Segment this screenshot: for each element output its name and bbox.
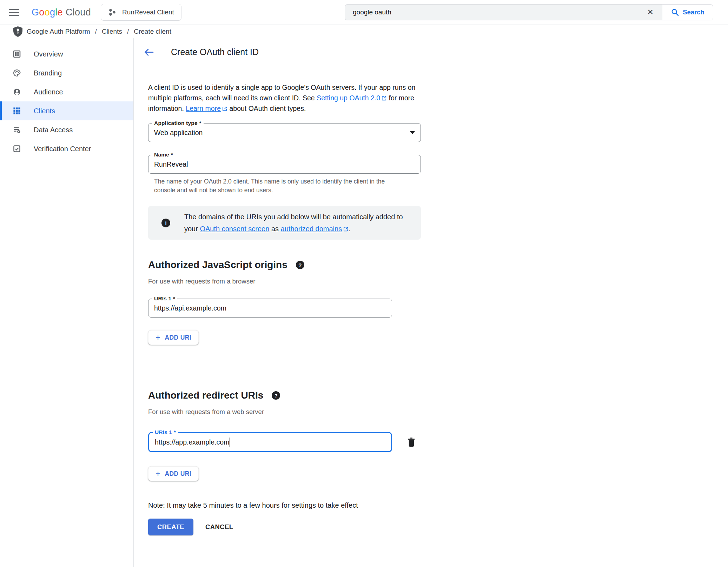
add-uri-button-js-origins[interactable]: + ADD URI [148, 330, 199, 345]
search-button-label: Search [683, 8, 704, 16]
page-header: Create OAuth client ID [134, 38, 728, 66]
name-label: Name * [152, 152, 175, 158]
project-selector[interactable]: RunReveal Client [101, 4, 181, 21]
section-title-text: Authorized JavaScript origins [148, 259, 287, 271]
checkbox-icon [13, 145, 21, 153]
cancel-button[interactable]: CANCEL [205, 523, 233, 531]
form-actions: CREATE CANCEL [148, 519, 728, 535]
list-gear-icon [13, 126, 21, 134]
learn-more-link[interactable]: Learn more [186, 105, 227, 112]
js-origins-subtitle: For use with requests from a browser [148, 278, 728, 285]
name-helper-text: The name of your OAuth 2.0 client. This … [154, 177, 400, 195]
grid-icon [13, 107, 21, 115]
sidebar-item-label: Overview [34, 50, 63, 58]
search-bar: google oauth ✕ Search [345, 4, 713, 20]
sidebar-item-label: Verification Center [34, 145, 91, 153]
name-field[interactable]: Name * RunReveal [148, 155, 421, 174]
external-link-icon [222, 106, 227, 112]
sidebar-item-audience[interactable]: Audience [0, 82, 133, 101]
sidebar-item-label: Branding [34, 69, 62, 77]
breadcrumb-item-create-client[interactable]: Create client [134, 28, 171, 35]
uri-value: https://api.example.com [154, 304, 226, 312]
breadcrumb-separator: / [95, 28, 97, 35]
chevron-down-icon [410, 131, 415, 134]
form-content: A client ID is used to identify a single… [134, 66, 728, 535]
sidebar-item-label: Clients [34, 107, 55, 115]
main-panel: Create OAuth client ID A client ID is us… [134, 38, 728, 567]
search-input[interactable]: google oauth ✕ [345, 4, 662, 20]
js-origin-uri-field[interactable]: URIs 1 * https://api.example.com [148, 299, 392, 318]
info-banner: i The domains of the URIs you add below … [148, 206, 421, 240]
uri-label: URIs 1 * [152, 295, 177, 302]
intro-paragraph: A client ID is used to identify a single… [148, 82, 429, 114]
breadcrumb: Google Auth Platform / Clients / Create … [0, 25, 728, 38]
logo-letter: G [32, 7, 39, 18]
redirect-uri-row: URIs 1 * https://app.example.com [148, 432, 728, 452]
overview-icon [13, 50, 21, 58]
sidebar-item-clients[interactable]: Clients [0, 101, 133, 120]
add-uri-label: ADD URI [165, 470, 191, 478]
link-label: Learn more [186, 105, 221, 112]
text-cursor [230, 438, 230, 447]
sidebar-item-label: Data Access [34, 126, 73, 134]
search-button[interactable]: Search [662, 4, 713, 20]
info-banner-text: The domains of the URIs you add below wi… [184, 211, 410, 235]
sidebar-item-data-access[interactable]: Data Access [0, 120, 133, 139]
delete-uri-trash-icon[interactable] [407, 437, 416, 447]
back-arrow-icon[interactable] [143, 46, 155, 58]
plus-icon: + [155, 333, 160, 342]
logo-cloud-text: Cloud [66, 7, 91, 18]
help-icon[interactable]: ? [272, 391, 280, 400]
info-text: as [269, 225, 280, 233]
name-value: RunReveal [154, 160, 188, 168]
application-type-dropdown[interactable]: Application type * Web application [148, 123, 421, 142]
breadcrumb-separator: / [127, 28, 129, 35]
breadcrumb-item-clients[interactable]: Clients [102, 28, 122, 35]
sidebar-item-branding[interactable]: Branding [0, 64, 133, 82]
info-icon: i [161, 219, 170, 227]
redirect-uris-subtitle: For use with requests from a web server [148, 408, 728, 416]
application-type-value: Web application [154, 129, 203, 137]
sidebar-nav: Overview Branding Audience [0, 38, 134, 567]
external-link-icon [381, 95, 387, 101]
info-text: . [349, 225, 351, 233]
authorized-domains-link[interactable]: authorized domains [281, 225, 349, 233]
auth-platform-shield-icon [13, 26, 22, 37]
uri-label: URIs 1 * [153, 429, 178, 435]
search-query-text: google oauth [353, 8, 645, 16]
breadcrumb-item-auth-platform[interactable]: Google Auth Platform [27, 28, 90, 35]
settings-note: Note: It may take 5 minutes to a few hou… [148, 501, 728, 509]
person-icon [13, 88, 21, 96]
logo-letter: e [58, 7, 63, 18]
top-app-bar: Google Cloud RunReveal Client google oau… [0, 0, 728, 25]
sidebar-item-verification-center[interactable]: Verification Center [0, 139, 133, 158]
external-link-icon [343, 226, 349, 232]
page-title: Create OAuth client ID [171, 47, 259, 57]
project-hexagons-icon [108, 8, 117, 16]
menu-icon[interactable] [9, 9, 19, 16]
logo-letter: g [50, 7, 55, 18]
help-icon[interactable]: ? [296, 261, 304, 269]
redirect-uri-field[interactable]: URIs 1 * https://app.example.com [148, 432, 392, 452]
link-label: authorized domains [281, 225, 342, 233]
link-label: OAuth consent screen [200, 225, 269, 233]
sidebar-item-label: Audience [34, 88, 63, 96]
logo-letter: o [39, 7, 44, 18]
clear-search-icon[interactable]: ✕ [645, 8, 656, 17]
create-button[interactable]: CREATE [148, 519, 193, 535]
intro-text: about OAuth client types. [227, 105, 306, 112]
google-cloud-logo[interactable]: Google Cloud [32, 7, 91, 18]
oauth-consent-screen-link[interactable]: OAuth consent screen [200, 225, 269, 233]
setting-up-oauth-link[interactable]: Setting up OAuth 2.0 [317, 94, 387, 102]
sidebar-item-overview[interactable]: Overview [0, 45, 133, 64]
js-origins-section-title: Authorized JavaScript origins ? [148, 259, 728, 271]
logo-letter: o [45, 7, 50, 18]
palette-icon [13, 69, 21, 77]
add-uri-button-redirect[interactable]: + ADD URI [148, 466, 199, 481]
link-label: Setting up OAuth 2.0 [317, 94, 380, 102]
project-name: RunReveal Client [122, 8, 174, 16]
search-icon [671, 8, 679, 16]
redirect-uris-section-title: Authorized redirect URIs ? [148, 390, 728, 401]
add-uri-label: ADD URI [165, 334, 191, 341]
uri-value: https://app.example.com [155, 438, 229, 446]
